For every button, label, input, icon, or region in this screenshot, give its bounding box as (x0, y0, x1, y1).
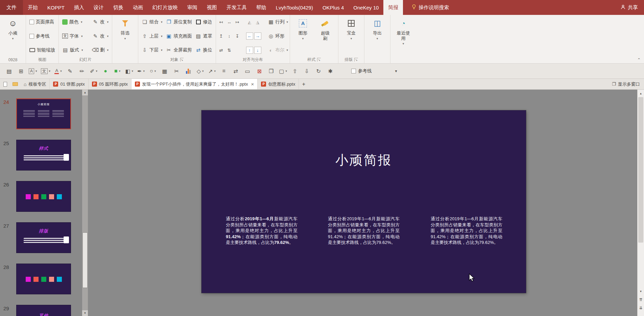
font-edit-button[interactable]: ✎ 改 (91, 31, 110, 41)
canvas-scrollbar[interactable]: ▲ ▼ ⇈ ⇊ (637, 90, 644, 316)
scroll-down-icon[interactable]: ▼ (638, 288, 644, 294)
rotate-icon[interactable]: ↻ (313, 66, 324, 76)
align-top-icon[interactable]: ↥ (218, 32, 225, 40)
filter-button[interactable]: 筛选 ▾ (114, 16, 136, 56)
paste-icon[interactable]: ▤ (4, 66, 14, 76)
marker-button[interactable]: ✐ (89, 66, 99, 76)
fill-button[interactable]: ◧ (124, 66, 134, 76)
shape-style-button[interactable]: A 图形 ▾ (292, 16, 314, 56)
menu-tab-insert[interactable]: 插入 (69, 0, 89, 15)
menu-tab-koppt[interactable]: KOPPT (43, 0, 69, 15)
slide-body-text-2[interactable]: 通过分析2019年1—6月新能源汽车分类别所占销量来看，在车型类别方面，乘用是绝… (328, 216, 400, 246)
document-tab-4[interactable]: P 创意图标.pptx (258, 79, 299, 89)
menu-tab-slideshow[interactable]: 幻灯片放映 (148, 0, 183, 15)
open-folder-button[interactable] (10, 79, 20, 89)
theme-font-button[interactable]: A (28, 66, 38, 76)
dialog-launcher-icon[interactable]: ↘ (317, 58, 321, 62)
delete-button[interactable]: ⌫ 删 (91, 45, 110, 55)
toolbar-overflow-button[interactable]: ▾ (395, 69, 397, 73)
document-tab-3-active[interactable]: P 发现一个PPT小插件，使用起来爽爆了，太好用！.pptx × (132, 79, 258, 89)
pen-icon[interactable]: ✎ (65, 66, 75, 76)
slide-thumbnail-26[interactable]: 26 (0, 181, 78, 222)
template-zone-tab[interactable]: ⌂ 模板专区 (20, 79, 50, 89)
fullscreen-crop-button[interactable]: ✂ 全屏裁剪 (164, 45, 194, 55)
fill-canvas-button[interactable]: ▣ 填充画面 (164, 31, 194, 41)
font-button[interactable]: 文 字体 (61, 31, 90, 41)
slide-body-text-1[interactable]: 通过分析2019年1—6月新能源汽车分类别所占销量来看，在车型类别方面，乘用是绝… (226, 216, 297, 246)
dialog-launcher-icon[interactable]: ↘ (180, 58, 184, 62)
delete-icon[interactable]: ⊠ (254, 66, 264, 76)
nudge-left-icon[interactable]: ← (246, 32, 253, 40)
slide-thumbnail-28[interactable]: 28 (0, 264, 78, 305)
color-button[interactable]: 颜色 (61, 17, 90, 27)
menu-tab-okplus[interactable]: OKPlus 4 (318, 0, 349, 15)
guides-toggle[interactable]: 参考线 (351, 68, 372, 74)
scrollbar-thumb[interactable] (82, 232, 88, 288)
editing-canvas[interactable]: 小顽简报 通过分析2019年1—6月新能源汽车分类别所占销量来看，在车型类别方面… (89, 90, 637, 316)
align-icon[interactable]: ≡ (219, 66, 229, 76)
collapse-ribbon-button[interactable]: ⌃ (637, 58, 641, 62)
panel-scrollbar[interactable]: ▲ ▼ (82, 90, 88, 316)
slide-title-text[interactable]: 小顽简报 (201, 152, 526, 169)
thumbnail-canvas[interactable]: 其他 (16, 305, 71, 316)
swap-icon[interactable]: ⇄ (231, 66, 241, 76)
recently-used-button[interactable]: ◔ 最近使用 ▾ (392, 16, 414, 56)
multi-window-button[interactable]: ❐ 显示多窗口 (612, 79, 644, 89)
slide-thumbnail-24[interactable]: 24 小顽简报 (0, 98, 78, 140)
new-tab-button[interactable]: + (299, 79, 308, 89)
duplicate-icon[interactable]: ❐ (266, 66, 276, 76)
xiaowan-button[interactable]: ☺ 小顽 ▾ (2, 16, 24, 56)
scroll-up-icon[interactable]: ▲ (638, 90, 644, 96)
smart-zoom-button[interactable]: 智能缩放 (28, 45, 57, 55)
trim-edge-button[interactable]: 修边 (194, 17, 214, 27)
group-objects-button[interactable]: ❏ 组合 (140, 17, 164, 27)
document-tab-2[interactable]: P 05 圆环图.pptx (89, 79, 132, 89)
bar-chart-icon[interactable] (183, 66, 193, 76)
new-file-button[interactable] (0, 79, 10, 89)
table-icon[interactable]: ▦ (160, 66, 170, 76)
menu-tab-help[interactable]: 帮助 (252, 0, 271, 15)
color-edit-button[interactable]: ✎ 改 (91, 17, 110, 27)
settings-icon[interactable]: ✱ (325, 66, 335, 76)
dialog-launcher-icon[interactable]: ↘ (354, 58, 358, 62)
align-right-icon[interactable]: ↦ (234, 19, 241, 26)
ellipse-button[interactable]: ○ (148, 66, 158, 76)
flip-v-icon[interactable]: ◮ (254, 19, 261, 26)
bring-forward-icon[interactable]: ⇧ (290, 66, 300, 76)
layout-button[interactable]: ▤ 版式 (61, 45, 90, 55)
share-button[interactable]: 共享 (621, 0, 638, 15)
page-stretch-checkbox[interactable]: 页面撑高 (28, 17, 57, 27)
nudge-up-icon[interactable]: ↑ (246, 47, 253, 54)
align-center-h-icon[interactable]: ↔ (226, 19, 233, 26)
flip-h-icon[interactable]: ◭ (246, 19, 253, 26)
super-brush-button[interactable]: 超级刷 (314, 16, 336, 56)
pencil-icon[interactable]: ✏ (77, 66, 87, 76)
menu-tab-jianbao-active[interactable]: 简报 (383, 0, 403, 15)
select-button[interactable]: ▢ (278, 66, 288, 76)
crop-icon[interactable]: ✂ (171, 66, 182, 76)
copy-in-place-button[interactable]: ❐ 原位复制 (164, 17, 194, 27)
menu-tab-developer[interactable]: 开发工具 (222, 0, 252, 15)
send-backward-button[interactable]: ⇩ 下层 (140, 45, 164, 55)
thumbnail-canvas[interactable]: 排版 (16, 222, 71, 253)
slide-thumbnail-25[interactable]: 25 样式 (0, 140, 78, 181)
green-square-button[interactable]: ■ (112, 66, 122, 76)
guides-checkbox[interactable]: 参考线 (28, 31, 57, 41)
close-tab-icon[interactable]: × (251, 81, 254, 87)
menu-tab-animations[interactable]: 动画 (128, 0, 148, 15)
send-backward-icon[interactable]: ⇩ (302, 66, 312, 76)
slide-thumbnail-29[interactable]: 29 其他 (0, 305, 78, 316)
treasure-box-button[interactable]: 宝盒 ▾ (340, 16, 362, 56)
menu-tab-design[interactable]: 设计 (89, 0, 109, 15)
menu-tab-view[interactable]: 视图 (202, 0, 222, 15)
export-button[interactable]: ◫ 导出 ▾ (366, 16, 388, 56)
align-middle-icon[interactable]: ↕ (226, 32, 233, 40)
thumbnail-canvas[interactable]: 小顽简报 (16, 98, 71, 129)
shape-button[interactable]: ◇ (195, 66, 205, 76)
green-circle-icon[interactable]: ● (100, 66, 111, 76)
mask-button[interactable]: ▨ 遮罩 (194, 31, 214, 41)
tell-me-search[interactable]: 操作说明搜索 (412, 0, 449, 15)
previous-slide-button[interactable]: ⇈ (638, 296, 644, 303)
swap-position-button[interactable]: ⇄ 换位 (194, 45, 214, 55)
rowcol-button[interactable]: ▦ 行列 (268, 19, 288, 25)
